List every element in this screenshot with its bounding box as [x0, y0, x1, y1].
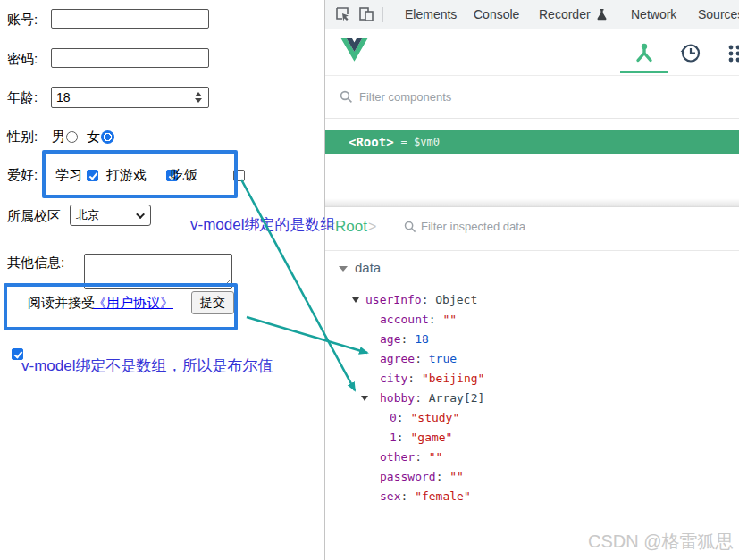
- tab-console[interactable]: Console: [474, 7, 519, 21]
- age-label: 年龄:: [7, 89, 38, 106]
- vue-devtools-toolbar: [325, 29, 739, 76]
- tree-row-hobby-1[interactable]: 1: "game": [325, 428, 739, 447]
- tree-row-sex[interactable]: sex: "female": [325, 487, 739, 506]
- tree-row-other[interactable]: other: "": [325, 447, 739, 467]
- tree-row-agree[interactable]: agree: true: [325, 349, 739, 369]
- breadcrumb-gt: >: [368, 219, 376, 235]
- account-input[interactable]: [51, 9, 209, 29]
- vue-logo: [340, 38, 368, 62]
- tree-row-city[interactable]: city: "beijing": [325, 369, 739, 389]
- user-agreement-link[interactable]: 《用户协议》: [93, 295, 173, 312]
- hobby-label: 爱好:: [7, 167, 38, 184]
- other-textarea[interactable]: [84, 254, 232, 289]
- state-section-label[interactable]: data: [355, 260, 381, 275]
- device-toolbar-icon[interactable]: [358, 6, 375, 22]
- components-tab-icon[interactable]: [633, 42, 656, 64]
- tree-row-password[interactable]: password: "": [325, 467, 739, 487]
- search-icon: [340, 90, 353, 104]
- component-root-row[interactable]: <Root> = $vm0: [325, 130, 739, 154]
- gender-female-label: 女: [87, 129, 100, 146]
- inspected-component-header: < Root > Filter inspected data: [325, 208, 739, 251]
- section-collapse-icon[interactable]: [339, 266, 348, 272]
- screenshot-root: 账号: 密码: 年龄: 18 性别: 男 女 爱好: 学习 打游戏 吃饭 所属校…: [0, 0, 739, 560]
- submit-button[interactable]: 提交: [191, 291, 234, 314]
- spinner-down-icon[interactable]: [195, 98, 202, 103]
- filter-components-bar[interactable]: Filter components: [325, 76, 739, 119]
- expand-arrow-icon[interactable]: [352, 297, 359, 303]
- timeline-history-icon[interactable]: [679, 42, 701, 64]
- flask-icon: [596, 8, 608, 21]
- gender-label: 性别:: [7, 129, 38, 146]
- age-value: 18: [52, 90, 192, 104]
- gender-female-radio[interactable]: [101, 130, 114, 144]
- tab-sources[interactable]: Sources: [698, 7, 739, 21]
- inspect-element-icon[interactable]: [334, 6, 350, 22]
- settings-dots-icon[interactable]: [727, 44, 739, 63]
- password-input[interactable]: [51, 48, 209, 68]
- hobby-game-label: 打游戏: [106, 167, 147, 184]
- root-vm-ref: = $vm0: [401, 136, 440, 148]
- tree-row-userinfo[interactable]: userInfo: Object: [325, 290, 739, 310]
- tree-row-account[interactable]: account: "": [325, 310, 739, 330]
- expand-arrow-icon[interactable]: [361, 396, 368, 401]
- password-label: 密码:: [7, 51, 38, 68]
- state-tree: userInfo: Object account: "" age: 18 agr…: [325, 290, 739, 506]
- tab-network[interactable]: Network: [631, 7, 676, 21]
- state-inspector-pane: data userInfo: Object account: "" age: 1…: [325, 252, 739, 560]
- devtools-topbar: Elements Console Recorder Network Source…: [325, 0, 739, 29]
- csdn-watermark: CSDN @格雷狐思: [588, 530, 734, 554]
- resize-handle-icon[interactable]: [223, 280, 231, 288]
- campus-selected-value: 北京: [76, 207, 99, 223]
- spinner-up-icon[interactable]: [195, 92, 202, 96]
- gender-male-label: 男: [52, 129, 65, 146]
- campus-select[interactable]: 北京: [70, 205, 151, 226]
- campus-label: 所属校区: [7, 208, 61, 225]
- tree-row-hobby[interactable]: hobby: Array[2]: [325, 389, 739, 408]
- tab-elements[interactable]: Elements: [405, 7, 457, 21]
- age-number-input[interactable]: 18: [51, 87, 209, 108]
- hobby-eat-checkbox[interactable]: [233, 170, 245, 181]
- chevron-down-icon: [136, 210, 145, 219]
- hobby-study-checkbox[interactable]: [87, 170, 98, 181]
- hobby-eat-label: 吃饭: [171, 167, 197, 184]
- breadcrumb-root[interactable]: Root: [335, 218, 367, 236]
- filter-components-placeholder: Filter components: [359, 90, 451, 104]
- pane-split-divider[interactable]: [325, 198, 739, 207]
- number-spinner[interactable]: [192, 92, 205, 103]
- root-component-name: <Root>: [349, 135, 394, 149]
- tab-recorder[interactable]: Recorder: [539, 7, 591, 21]
- active-tab-underline: [620, 71, 668, 73]
- filter-inspected-placeholder: Filter inspected data: [421, 220, 525, 233]
- vue-form-page: 账号: 密码: 年龄: 18 性别: 男 女 爱好: 学习 打游戏 吃饭 所属校…: [0, 0, 324, 560]
- agreement-text: 阅读并接受: [28, 295, 95, 312]
- search-icon: [404, 221, 416, 233]
- topbar-separator: [382, 7, 383, 22]
- account-label: 账号:: [7, 12, 38, 29]
- bool-note: v-model绑定不是数组，所以是布尔值: [21, 355, 273, 376]
- other-label: 其他信息:: [7, 255, 64, 272]
- tree-row-hobby-0[interactable]: 0: "study": [325, 408, 739, 428]
- array-note: v-model绑定的是数组: [190, 214, 335, 235]
- gender-male-radio[interactable]: [66, 131, 78, 143]
- hobby-study-label: 学习: [55, 167, 82, 184]
- tree-row-age[interactable]: age: 18: [325, 330, 739, 349]
